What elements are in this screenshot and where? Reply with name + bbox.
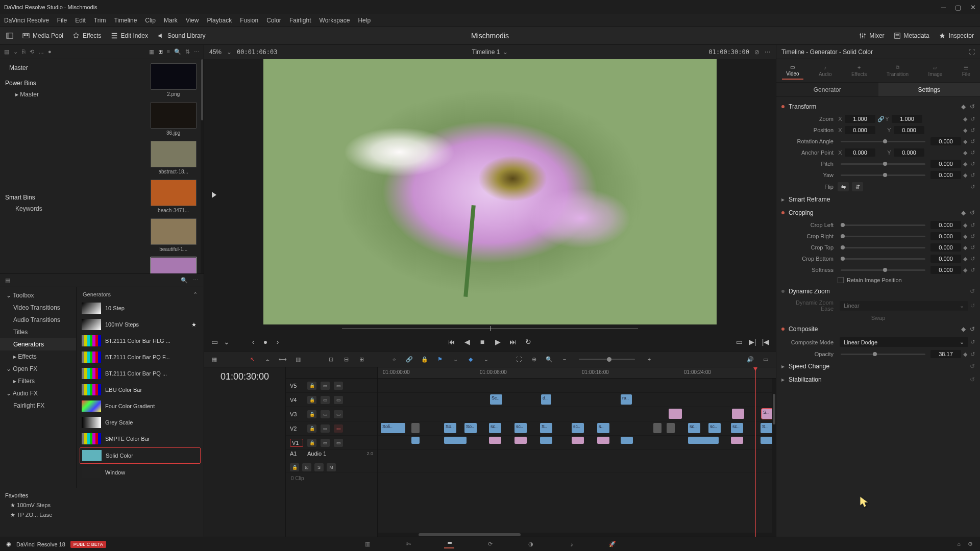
clip[interactable]: sc..: [708, 423, 721, 433]
menu-item[interactable]: Trim: [94, 17, 106, 24]
viewer[interactable]: [204, 59, 776, 324]
power-bin-master[interactable]: ▸ Master: [5, 89, 46, 100]
next-clip-icon[interactable]: ▶|: [748, 338, 756, 346]
generator-item[interactable]: 100mV Steps★: [80, 317, 201, 332]
track-header-a1[interactable]: A1Audio 12.0 🔒⊡SM: [286, 450, 377, 472]
crop-top-slider[interactable]: [841, 247, 925, 248]
clip[interactable]: [688, 437, 719, 444]
generator-item[interactable]: BT.2111 Color Bar HLG ...: [80, 333, 201, 348]
scrub-bar[interactable]: [204, 324, 776, 333]
clip[interactable]: [444, 437, 467, 444]
clip[interactable]: S..: [761, 423, 773, 433]
playhead[interactable]: [755, 367, 756, 537]
step-back-icon[interactable]: ◀: [463, 338, 471, 346]
clip[interactable]: [667, 423, 675, 433]
clip[interactable]: [621, 437, 633, 444]
keyframe-icon[interactable]: ◆: [963, 149, 967, 156]
reset-icon[interactable]: ↺: [970, 325, 975, 333]
reset-icon[interactable]: ↺: [970, 288, 975, 295]
clip[interactable]: Sc..: [490, 394, 502, 405]
generator-item[interactable]: EBU Color Bar: [80, 382, 201, 397]
generator-item[interactable]: BT.2111 Color Bar PQ F...: [80, 349, 201, 365]
menu-item[interactable]: Help: [358, 17, 371, 24]
record-icon[interactable]: ●: [48, 48, 52, 55]
link-icon[interactable]: ⟲: [30, 48, 34, 55]
crop-bottom-slider[interactable]: [841, 258, 925, 260]
match-frame-icon[interactable]: ▭: [735, 338, 743, 346]
clip[interactable]: [411, 423, 420, 433]
home-icon[interactable]: ⌂: [957, 541, 961, 547]
favorite-item[interactable]: ★ 100mV Steps: [5, 500, 199, 510]
reset-icon[interactable]: ↺: [970, 376, 975, 383]
media-clip[interactable]: 36.jpg: [150, 102, 197, 136]
tab-transition[interactable]: ⧉Transition: [883, 62, 913, 79]
keyframe-icon[interactable]: ◆: [961, 209, 966, 216]
generator-item-selected[interactable]: Solid Color: [80, 447, 201, 464]
trim-tool-icon[interactable]: ⫠: [263, 355, 272, 363]
fx-cat-audio-transitions[interactable]: Audio Transitions: [0, 314, 76, 326]
reset-icon[interactable]: ↺: [970, 127, 975, 134]
fx-panel-toggle-icon[interactable]: ▤: [5, 277, 10, 284]
chevron-down-icon[interactable]: ⌄: [482, 355, 490, 363]
tab-effects[interactable]: ✦Effects: [847, 63, 871, 79]
clip[interactable]: ra..: [621, 394, 632, 405]
next-edit-icon[interactable]: ›: [274, 338, 282, 346]
track-header-v4[interactable]: V4🔒▭▭: [286, 393, 377, 407]
reset-icon[interactable]: ↺: [970, 363, 975, 370]
reset-icon[interactable]: ↺: [970, 138, 975, 145]
anchor-x-input[interactable]: 0.000: [845, 148, 875, 157]
clip[interactable]: [732, 409, 744, 419]
fairlight-page-icon[interactable]: ♪: [567, 540, 577, 548]
grid-view-icon[interactable]: ⊞: [158, 48, 163, 55]
inspector-toggle[interactable]: Inspector: [939, 32, 974, 39]
more-icon[interactable]: …: [38, 48, 44, 55]
clip[interactable]: sc..: [688, 423, 700, 433]
zoom-custom-icon[interactable]: 🔍: [545, 355, 553, 363]
crop-left-slider[interactable]: [841, 224, 925, 226]
section-smart-reframe[interactable]: ▸Smart Reframe: [781, 193, 975, 206]
timeline-view-icon[interactable]: ▦: [210, 355, 218, 363]
fx-cat-titles[interactable]: Titles: [0, 326, 76, 338]
menu-item[interactable]: DaVinci Resolve: [4, 17, 49, 24]
section-transform[interactable]: Transform◆↺: [781, 100, 975, 113]
menu-item[interactable]: Fairlight: [289, 17, 311, 24]
insert-icon[interactable]: ⊡: [327, 355, 335, 363]
step-forward-icon[interactable]: [212, 192, 216, 198]
subtab-settings[interactable]: Settings: [878, 83, 981, 96]
clip[interactable]: sc..: [489, 423, 501, 433]
media-clip[interactable]: beautiful-1...: [150, 218, 197, 252]
dynamic-trim-icon[interactable]: ⟷: [279, 355, 287, 363]
stop-icon[interactable]: ■: [478, 338, 486, 346]
zoom-in-icon[interactable]: +: [645, 355, 653, 363]
fx-cat-openfx[interactable]: ⌄ Open FX: [0, 363, 76, 375]
play-icon[interactable]: ▶: [494, 338, 502, 346]
fx-cat-effects[interactable]: ▸ Effects: [0, 350, 76, 363]
selection-tool-icon[interactable]: ↖: [248, 355, 256, 363]
zoom-slider[interactable]: [579, 359, 635, 360]
reset-icon[interactable]: ↺: [970, 149, 975, 156]
menu-item[interactable]: Clip: [145, 17, 156, 24]
crop-right-slider[interactable]: [841, 236, 925, 237]
go-end-icon[interactable]: ⏭: [509, 338, 517, 346]
reset-icon[interactable]: ↺: [970, 184, 975, 190]
timeline-name[interactable]: Timeline 1: [472, 48, 500, 56]
media-pool-toggle[interactable]: Media Pool: [22, 32, 63, 39]
zoom-fit-icon[interactable]: ⛶: [514, 355, 523, 363]
viewer-zoom[interactable]: 45%: [209, 48, 222, 56]
timecode-display[interactable]: 01:00:30:00: [204, 367, 286, 537]
chevron-down-icon[interactable]: ⌄: [451, 355, 459, 363]
composite-mode-select[interactable]: Linear Dodge⌄: [840, 337, 968, 347]
clip[interactable]: [731, 437, 743, 444]
maximize-icon[interactable]: ▢: [955, 4, 961, 11]
timeline-v-scrollbar[interactable]: [772, 379, 776, 533]
fx-cat-generators[interactable]: Generators: [0, 338, 76, 350]
mixer-toggle[interactable]: Mixer: [859, 32, 884, 39]
clip[interactable]: So..: [444, 423, 456, 433]
clip[interactable]: s..: [597, 423, 609, 433]
bin-master[interactable]: Master: [5, 62, 46, 73]
media-clip[interactable]: bee-561801...: [150, 257, 197, 273]
chevron-down-icon[interactable]: ⌄: [13, 48, 18, 55]
section-cropping[interactable]: Cropping◆↺: [781, 206, 975, 219]
media-clip[interactable]: beach-3471...: [150, 180, 197, 213]
cut-page-icon[interactable]: ✄: [403, 540, 413, 548]
